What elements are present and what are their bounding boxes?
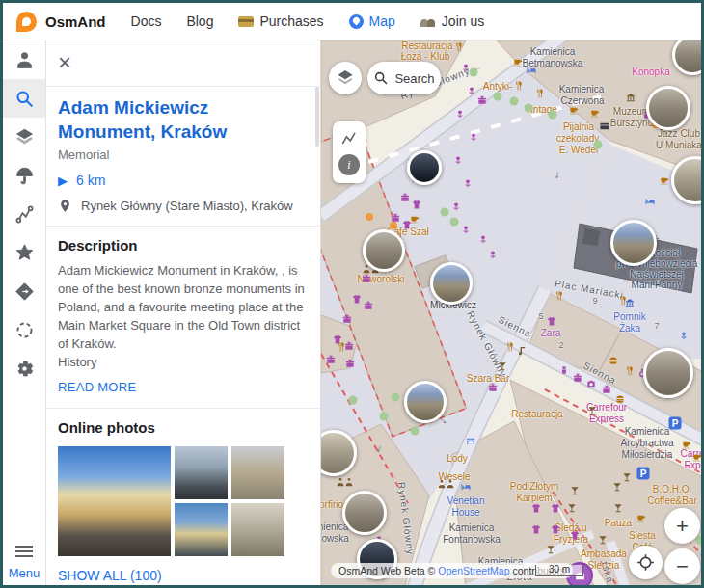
map-search-button[interactable]: Search [367,62,441,94]
map-label: 7 [654,321,659,331]
photo-thumbnail[interactable] [231,503,284,556]
tree-icon [696,536,702,545]
photo-grid [58,446,309,556]
photo-marker[interactable] [672,40,701,75]
hamburger-icon [15,543,33,560]
map-label: Pod Złotym [510,481,559,492]
sidebar-item-favorites[interactable] [3,233,45,272]
parking-icon: P [637,468,650,480]
zoom-out-button[interactable]: − [664,548,700,584]
map-label: rska [600,561,616,585]
photo-marker[interactable] [404,381,447,423]
divider [46,226,320,227]
photo-marker[interactable] [342,491,387,535]
sidebar-item-tracks[interactable] [3,195,45,233]
flower-icon [463,178,474,189]
photo-marker[interactable] [610,220,657,266]
plan-route-icon [14,320,35,340]
sidebar-item-layers[interactable] [3,118,45,156]
map-label: Szara Bar [467,373,509,384]
map-label: Siesta [629,530,656,541]
tree-icon [494,93,502,101]
sidebar-item-settings[interactable] [3,349,45,388]
photo-marker[interactable] [430,262,473,305]
map-overlay: RestauracjaŁoża - KlubKamienicaBetmanows… [321,40,701,586]
show-all-photos-link[interactable]: SHOW ALL (100) [58,568,162,583]
cup-icon [692,452,702,463]
glass-icon [612,482,623,493]
map-label: Wesele [438,471,470,482]
photo-thumbnail[interactable] [175,503,228,556]
tshirt-icon [551,503,561,514]
direction-arrow-icon: ▶ [58,174,68,188]
sidebar-item-search[interactable] [3,79,45,118]
flower-icon [451,201,462,212]
map-label: Carrefour [586,402,627,413]
route-graph-icon[interactable] [340,129,359,147]
zoom-in-button[interactable]: + [664,508,700,544]
photo-marker[interactable] [671,156,701,204]
info-button[interactable]: i [338,154,360,175]
nav-link-docs[interactable]: Docs [131,13,162,29]
card-icon [238,16,254,27]
map-label: Sienna [497,314,533,340]
nav-link-blog[interactable]: Blog [186,13,213,29]
gift-icon [344,341,355,352]
map-label: Kamienica [559,84,605,94]
camera-icon [586,379,597,389]
locate-me-button[interactable] [629,546,663,579]
flower-icon [455,109,466,120]
map-label: sztynowska [321,533,349,544]
map-search-label: Search [394,71,434,86]
cup-icon [569,105,580,116]
photo-thumbnail[interactable] [58,446,171,556]
sidebar-item-plan-route[interactable] [3,310,45,349]
photo-marker[interactable] [407,150,442,185]
brand-name: OsmAnd [45,13,106,30]
map-label: Plac Mariacki [554,278,624,300]
burger-icon [615,394,626,405]
map-label: Kamienica [625,426,670,437]
photo-thumbnail[interactable] [231,446,284,499]
panel-scrollbar[interactable] [315,87,319,147]
distance-row[interactable]: ▶ 6 km [58,173,309,188]
map-label: Łoża - Klub [401,51,450,62]
map-canvas[interactable]: RestauracjaŁoża - KlubKamienicaBetmanows… [321,40,701,586]
museum-icon [626,93,636,103]
photo-marker[interactable] [321,430,357,476]
tree-icon [470,68,478,77]
photo-marker[interactable] [643,348,693,398]
map-label: Najświętszej [630,269,684,280]
menu-button[interactable]: Menu [3,543,45,580]
menu-label: Menu [3,566,45,580]
brand[interactable]: OsmAnd [16,12,106,32]
fork-icon [454,42,465,53]
photo-thumbnail[interactable] [175,446,228,499]
map-layers-button[interactable] [329,62,362,94]
layers-icon [336,68,355,88]
sidebar-item-weather[interactable] [3,156,45,195]
map-label: House [452,507,480,518]
fork-icon [625,366,636,377]
close-icon[interactable]: × [58,53,71,72]
navigation-icon [14,281,35,302]
photo-marker[interactable] [646,86,690,130]
nav-link-join-us[interactable]: Join us [420,13,484,29]
glass-icon [622,472,633,483]
map-label: Fryzjera [554,534,588,545]
glass-icon [598,535,609,546]
track-route-icon [14,204,35,225]
gear-icon [14,359,35,379]
nav-link-purchases[interactable]: Purchases [238,13,323,29]
sidebar-item-navigation[interactable] [3,272,45,310]
sidebar-item-account[interactable] [3,40,45,79]
nav-link-map[interactable]: Map [349,13,395,29]
openstreetmap-link[interactable]: OpenStreetMap [438,565,509,576]
map-label: Kamienica [530,46,576,57]
photo-marker[interactable] [363,229,405,272]
read-more-link[interactable]: READ MORE [58,380,136,394]
tree-icon [594,141,603,149]
map-label: Rynek Główny [396,481,416,555]
map-label: Lody [447,453,468,464]
search-icon [373,70,389,86]
